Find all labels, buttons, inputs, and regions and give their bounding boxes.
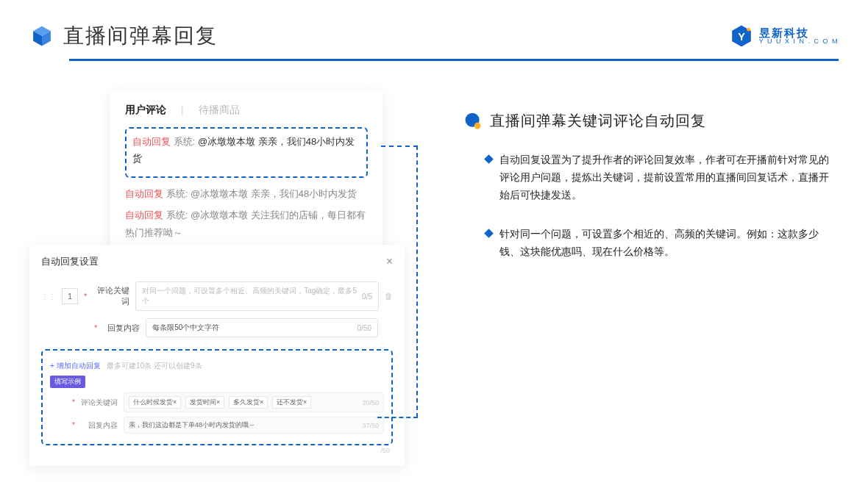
settings-title: 自动回复设置 [41,255,99,268]
auto-reply-tag: 自动回复 [125,209,163,220]
bullet-text-1: 自动回复设置为了提升作者的评论回复效率，作者可在开播前针对常见的评论用户问题，提… [499,151,838,204]
tag-chip[interactable]: 还不发货× [272,396,311,409]
tag-chip[interactable]: 什么时候发货× [129,396,181,409]
connector-line [377,417,418,418]
connector-line [381,146,418,147]
reply-input[interactable]: 每条限50个中文字符 0/50 [146,318,378,337]
bullet-text-2: 针对同一个问题，可设置多个相近的、高频的关键词。例如：这款多少钱、这块能优惠吗、… [499,226,838,261]
ex-keyword-input[interactable]: 什么时候发货× 发货时间× 多久发货× 还不发货× 20/50 [124,392,384,412]
tag-chip[interactable]: 发货时间× [185,396,224,409]
auto-reply-tag: 自动回复 [132,136,171,147]
ex-reply-count: 37/50 [362,422,379,429]
blob-icon [463,112,483,131]
page-title: 直播间弹幕回复 [63,22,218,50]
cube-icon [29,24,54,49]
index-box: 1 [62,288,78,304]
reply-label: 回复内容 [103,323,140,334]
example-badge: 填写示例 [50,376,85,388]
brand-hex-icon: Y [730,24,753,48]
ex-reply-input[interactable]: 亲，我们这边都是下单48小时内发货的哦～ 37/50 [124,417,384,434]
section-title: 直播间弹幕关键词评论自动回复 [490,111,706,131]
system-label: 系统: [166,188,188,199]
outer-count: /50 [41,447,393,454]
brand-name-en: Y U U X I N . C O M [759,38,839,45]
required-star: * [72,398,75,406]
example-block: + 增加自动回复 最多可建10条 还可以创建9条 填写示例 * 评论关键词 什么… [41,349,393,445]
required-star: * [94,323,97,332]
drag-icon[interactable]: ⋮⋮ [41,293,56,301]
keyword-input[interactable]: 对同一个问题，可设置多个相近、高频的关键词，Tag确定，最多5个 0/5 [135,281,379,311]
settings-card: 自动回复设置 × ⋮⋮ 1 * 评论关键词 对同一个问题，可设置多个相近、高频的… [29,245,405,466]
add-reply-link[interactable]: + 增加自动回复 [50,362,101,370]
highlighted-comment: 自动回复 系统: @冰墩墩本墩 亲亲，我们48小时内发货 [125,127,368,178]
svg-text:Y: Y [738,31,745,43]
required-star: * [72,421,75,429]
auto-reply-tag: 自动回复 [125,188,163,199]
tag-chip[interactable]: 多久发货× [229,396,268,409]
ex-keyword-label: 评论关键词 [81,398,118,408]
ex-kw-count: 20/50 [362,399,379,406]
ex-reply-text: 亲，我们这边都是下单48小时内发货的哦～ [129,420,255,430]
reply-count: 0/50 [357,324,371,332]
connector-line [416,146,418,417]
ex-reply-label: 回复内容 [81,420,118,431]
system-label: 系统: [174,136,196,147]
add-hint: 最多可建10条 还可以创建9条 [107,362,202,370]
diamond-bullet-icon [484,154,494,164]
diamond-bullet-icon [484,229,494,239]
close-icon[interactable]: × [386,255,393,268]
brand-logo-group: Y 昱新科技 Y U U X I N . C O M [730,24,839,48]
tab-divider: | [181,104,184,117]
tab-pending-goods[interactable]: 待播商品 [199,104,240,117]
required-star: * [84,292,87,301]
svg-point-5 [747,28,750,32]
reply-placeholder: 每条限50个中文字符 [152,323,219,333]
brand-name-cn: 昱新科技 [759,27,839,38]
svg-point-7 [474,122,481,129]
trash-icon[interactable]: 🗑 [385,292,393,301]
tab-user-comments[interactable]: 用户评论 [125,104,166,117]
keyword-placeholder: 对同一个问题，可设置多个相近、高频的关键词，Tag确定，最多5个 [142,286,362,306]
keyword-label: 评论关键词 [93,285,129,307]
keyword-count: 0/5 [362,293,372,301]
system-label: 系统: [166,209,188,220]
comment-text: @冰墩墩本墩 亲亲，我们48小时内发货 [191,188,357,199]
